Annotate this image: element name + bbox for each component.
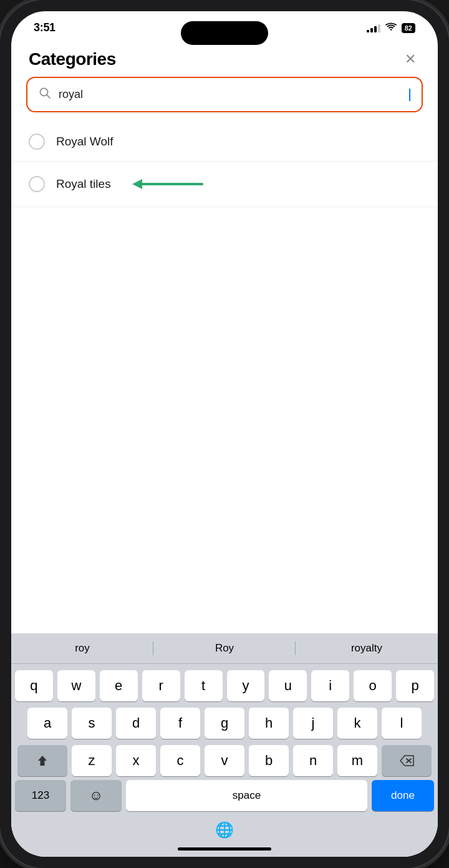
phone-screen: 3:51 82 [11, 11, 438, 857]
page-title: Categories [29, 49, 116, 69]
keyboard-area: roy Roy royalty q w e r t y u i [11, 633, 438, 857]
backspace-key[interactable] [382, 745, 432, 776]
status-icons: 82 [367, 22, 415, 33]
empty-content-area [11, 207, 438, 633]
key-c[interactable]: c [160, 745, 200, 776]
search-container: royal [11, 77, 438, 122]
key-x[interactable]: x [116, 745, 156, 776]
result-label-royal-tiles: Royal tiles [56, 177, 111, 191]
key-t[interactable]: t [185, 670, 223, 701]
globe-row: 🌐 [11, 816, 438, 847]
key-p[interactable]: p [396, 670, 434, 701]
keyboard-rows: q w e r t y u i o p a s [11, 664, 438, 780]
key-f[interactable]: f [160, 708, 200, 739]
key-y[interactable]: y [227, 670, 265, 701]
keyboard-bottom-row: 123 ☺ space done [11, 780, 438, 816]
svg-line-1 [47, 95, 50, 98]
app-content: Categories ✕ royal [11, 39, 438, 857]
numbers-label: 123 [32, 789, 49, 802]
result-item-royal-tiles[interactable]: Royal tiles [11, 162, 438, 207]
key-o[interactable]: o [354, 670, 392, 701]
emoji-key[interactable]: ☺ [70, 780, 122, 811]
wifi-icon [385, 22, 397, 33]
keyboard-row-2: a s d f g h j k l [15, 708, 434, 739]
emoji-icon: ☺ [89, 788, 103, 804]
keyboard-row-3: z x c v b n m [15, 745, 434, 776]
space-label: space [233, 789, 261, 802]
green-arrow-icon [127, 173, 208, 195]
key-l[interactable]: l [382, 708, 422, 739]
close-icon: ✕ [405, 52, 416, 66]
signal-bar-3 [374, 26, 377, 32]
key-j[interactable]: j [293, 708, 333, 739]
key-q[interactable]: q [15, 670, 53, 701]
done-label: done [391, 789, 415, 802]
autocomplete-bar: roy Roy royalty [11, 633, 438, 664]
status-time: 3:51 [34, 21, 56, 34]
radio-button-royal-tiles[interactable] [29, 176, 45, 192]
phone-frame: 3:51 82 [0, 0, 449, 868]
key-a[interactable]: a [27, 708, 67, 739]
key-s[interactable]: s [72, 708, 112, 739]
key-e[interactable]: e [100, 670, 138, 701]
result-item-royal-wolf[interactable]: Royal Wolf [11, 122, 438, 162]
arrow-annotation [127, 173, 208, 195]
search-icon [39, 87, 51, 102]
svg-marker-3 [132, 179, 142, 189]
close-button[interactable]: ✕ [400, 49, 420, 69]
keyboard-row-1: q w e r t y u i o p [15, 670, 434, 701]
key-k[interactable]: k [337, 708, 377, 739]
key-d[interactable]: d [116, 708, 156, 739]
signal-icon [367, 24, 380, 32]
dynamic-island [181, 21, 268, 45]
battery-icon: 82 [402, 23, 415, 33]
radio-button-royal-wolf[interactable] [29, 134, 45, 150]
key-u[interactable]: u [269, 670, 307, 701]
key-v[interactable]: v [205, 745, 244, 776]
result-label-royal-wolf: Royal Wolf [56, 135, 113, 149]
search-bar[interactable]: royal [26, 77, 423, 112]
home-indicator-container [11, 847, 438, 857]
numbers-key[interactable]: 123 [15, 780, 66, 811]
key-w[interactable]: w [57, 670, 95, 701]
signal-bar-1 [367, 30, 369, 32]
battery-level: 82 [405, 24, 412, 32]
search-input[interactable]: royal [59, 88, 402, 101]
key-b[interactable]: b [249, 745, 289, 776]
results-list: Royal Wolf Royal tiles [11, 122, 438, 207]
autocomplete-Roy[interactable]: Roy [153, 640, 296, 657]
signal-bar-4 [378, 24, 380, 32]
key-z[interactable]: z [72, 745, 112, 776]
key-n[interactable]: n [293, 745, 333, 776]
signal-bar-2 [370, 28, 373, 32]
done-key[interactable]: done [372, 780, 434, 811]
shift-key[interactable] [17, 745, 67, 776]
key-m[interactable]: m [337, 745, 377, 776]
text-cursor [409, 89, 410, 101]
key-i[interactable]: i [311, 670, 349, 701]
home-indicator [178, 847, 271, 851]
key-h[interactable]: h [249, 708, 289, 739]
key-g[interactable]: g [205, 708, 244, 739]
space-key[interactable]: space [126, 780, 367, 811]
globe-icon[interactable]: 🌐 [215, 821, 234, 839]
autocomplete-roy[interactable]: roy [11, 640, 153, 657]
key-r[interactable]: r [142, 670, 180, 701]
header: Categories ✕ [11, 39, 438, 77]
autocomplete-royalty[interactable]: royalty [296, 640, 438, 657]
